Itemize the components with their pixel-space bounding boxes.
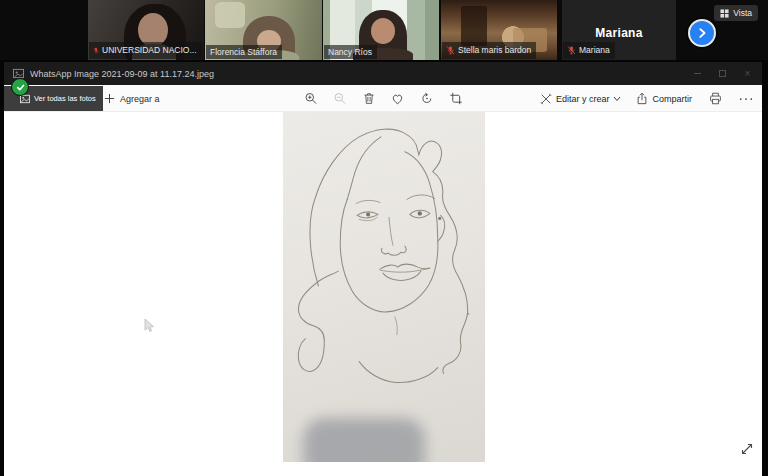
window-title: WhatsApp Image 2021-09-09 at 11.17.24.jp… (30, 69, 214, 79)
participant-name: Nancy Ríos (328, 48, 372, 57)
photos-app-window: WhatsApp Image 2021-09-09 at 11.17.24.jp… (4, 62, 762, 476)
title-bar: WhatsApp Image 2021-09-09 at 11.17.24.jp… (4, 62, 762, 85)
muted-mic-icon (93, 45, 99, 56)
muted-mic-icon (567, 45, 576, 56)
crop-icon (449, 92, 462, 105)
share-button[interactable]: Compartir (636, 92, 692, 105)
zoom-in-button[interactable] (303, 90, 319, 108)
close-icon: × (745, 69, 751, 79)
window-controls: × (685, 62, 760, 85)
participant-label: Mariana (563, 42, 615, 59)
zoom-in-icon (304, 92, 317, 105)
participant-name: Stella maris bardon (458, 46, 531, 55)
share-icon (636, 92, 648, 105)
participant-tile-florencia[interactable]: Florencia Stáffora (205, 0, 322, 60)
participant-display-name: Mariana (562, 26, 676, 40)
view-grid-icon (720, 9, 729, 18)
minimize-icon (694, 73, 701, 74)
more-button[interactable] (738, 90, 754, 108)
favorite-button[interactable] (390, 90, 406, 108)
add-icon (104, 93, 115, 104)
more-icon (739, 97, 753, 101)
share-label: Compartir (652, 94, 692, 104)
add-to-label: Agregar a (120, 94, 160, 104)
delete-icon (362, 92, 375, 105)
participant-name: UNIVERSIDAD NACIO... (102, 46, 196, 55)
toolbar-center-icons (303, 85, 464, 112)
close-button[interactable]: × (735, 62, 760, 85)
see-all-photos-label: Ver todas las fotos (34, 94, 96, 103)
toolbar: Ver todas las fotos Agregar a (4, 85, 762, 112)
chevron-down-icon (613, 96, 621, 102)
toolbar-right: Editar y crear Compartir (540, 85, 754, 112)
shadow-blob (303, 418, 425, 462)
next-participants-icon (696, 27, 708, 39)
photo-viewer-canvas[interactable] (4, 112, 762, 476)
fullscreen-button[interactable] (739, 441, 755, 457)
next-participants-button[interactable] (688, 19, 716, 47)
edit-create-button[interactable]: Editar y crear (540, 93, 622, 105)
zoom-out-button[interactable] (332, 90, 348, 108)
portrait-sketch (283, 112, 485, 462)
minimize-button[interactable] (685, 62, 710, 85)
participant-label: Stella maris bardon (442, 42, 536, 59)
cursor-icon (144, 318, 155, 333)
rotate-button[interactable] (419, 90, 435, 108)
delete-button[interactable] (361, 90, 377, 108)
participant-tile-stella[interactable]: Stella maris bardon (441, 0, 557, 60)
rotate-icon (420, 92, 433, 105)
print-icon (709, 92, 722, 105)
view-button-label: Vista (733, 8, 752, 18)
participant-label: UNIVERSIDAD NACIO... (89, 42, 202, 59)
participant-name: Florencia Stáffora (210, 48, 277, 57)
edit-create-icon (540, 93, 552, 105)
crop-button[interactable] (448, 90, 464, 108)
view-button[interactable]: Vista (714, 5, 758, 21)
screen: UNIVERSIDAD NACIO... Florencia Stáffora (0, 0, 768, 476)
participant-label: Nancy Ríos (324, 45, 377, 60)
photo-image (283, 112, 485, 462)
participant-label: Florencia Stáffora (206, 45, 282, 60)
participant-name: Mariana (579, 46, 610, 55)
print-button[interactable] (707, 90, 723, 108)
add-to-button[interactable]: Agregar a (104, 85, 160, 112)
edit-create-label: Editar y crear (556, 94, 610, 104)
fullscreen-icon (743, 445, 752, 454)
participant-tile-nancy[interactable]: Nancy Ríos (323, 0, 439, 60)
notification-check-icon (11, 78, 29, 96)
maximize-button[interactable] (710, 62, 735, 85)
muted-mic-icon (446, 45, 455, 56)
participant-tile-mariana[interactable]: Mariana Mariana (562, 0, 676, 60)
maximize-icon (719, 70, 726, 77)
zoom-participant-strip: UNIVERSIDAD NACIO... Florencia Stáffora (0, 0, 768, 60)
participant-tile-universidad[interactable]: UNIVERSIDAD NACIO... (88, 0, 204, 60)
zoom-out-icon (333, 92, 346, 105)
favorite-icon (391, 92, 405, 105)
